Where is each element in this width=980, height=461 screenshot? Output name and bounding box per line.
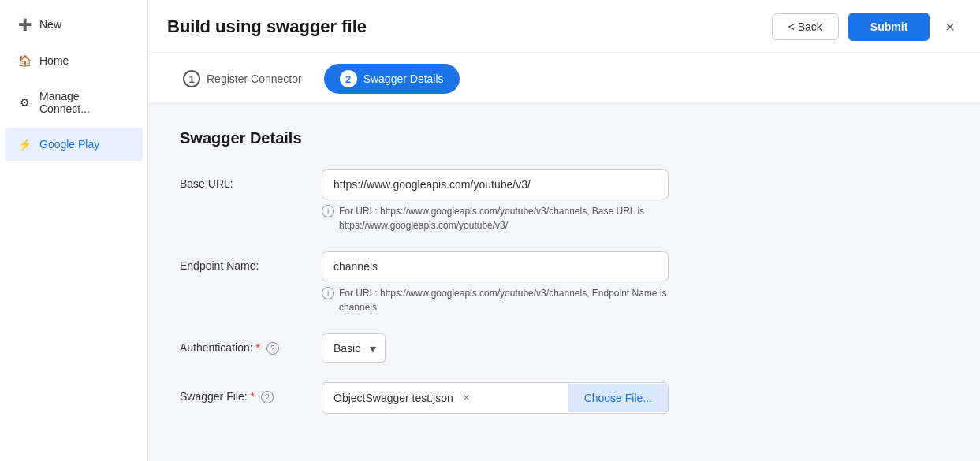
swagger-help-icon[interactable]: ?: [261, 391, 274, 403]
back-button[interactable]: < Back: [772, 13, 839, 40]
base-url-input[interactable]: [322, 169, 669, 199]
swagger-file-field-group: ObjectSwagger test.json × Choose File...: [322, 382, 669, 414]
endpoint-name-info: i For URL: https://www.googleapis.com/yo…: [322, 286, 669, 314]
file-name-area: ObjectSwagger test.json ×: [322, 383, 568, 413]
step-1-label: Register Connector: [207, 72, 302, 85]
base-url-label: Base URL:: [180, 169, 322, 190]
gear-icon: ⚙: [17, 95, 32, 110]
header: Build using swagger file < Back Submit ×: [148, 0, 980, 54]
swagger-file-label: Swagger File: * ?: [180, 382, 322, 403]
sidebar-item-new[interactable]: ➕ New: [5, 8, 143, 41]
sidebar: ➕ New 🏠 Home ⚙ Manage Connect... ⚡ Googl…: [0, 0, 148, 461]
endpoint-name-info-text: For URL: https://www.googleapis.com/yout…: [339, 286, 669, 314]
authentication-select[interactable]: Basic OAuth2 API Key None: [322, 333, 386, 363]
steps-bar: 1 Register Connector 2 Swagger Details: [148, 54, 980, 104]
authentication-label: Authentication: * ?: [180, 333, 322, 355]
bolt-icon: ⚡: [17, 137, 32, 151]
auth-required-star: *: [256, 341, 260, 354]
sidebar-item-google-play-label: Google Play: [39, 138, 99, 151]
file-clear-button[interactable]: ×: [460, 391, 473, 405]
base-url-row: Base URL: i For URL: https://www.googlea…: [180, 169, 948, 232]
authentication-dropdown-wrapper: Basic OAuth2 API Key None ▾: [322, 333, 386, 363]
step-1-number: 1: [183, 70, 200, 87]
endpoint-name-field-group: i For URL: https://www.googleapis.com/yo…: [322, 251, 669, 314]
home-icon: 🏠: [17, 54, 32, 68]
file-upload-row: ObjectSwagger test.json × Choose File...: [322, 382, 669, 414]
sidebar-item-home-label: Home: [39, 54, 69, 67]
swagger-file-row: Swagger File: * ? ObjectSwagger test.jso…: [180, 382, 948, 414]
header-actions: < Back Submit ×: [772, 13, 961, 41]
plus-icon: ➕: [17, 17, 32, 32]
endpoint-name-row: Endpoint Name: i For URL: https://www.go…: [180, 251, 948, 314]
step-2-number: 2: [340, 70, 357, 87]
sidebar-item-new-label: New: [39, 18, 61, 31]
base-url-field-group: i For URL: https://www.googleapis.com/yo…: [322, 169, 669, 232]
page-title: Build using swagger file: [167, 17, 367, 37]
info-icon-endpoint: i: [322, 287, 334, 299]
form-title: Swagger Details: [180, 129, 948, 147]
swagger-required-star: *: [250, 390, 254, 403]
step-2-label: Swagger Details: [363, 72, 444, 85]
endpoint-name-label: Endpoint Name:: [180, 251, 322, 272]
form-area: Swagger Details Base URL: i For URL: htt…: [148, 104, 980, 461]
choose-file-button[interactable]: Choose File...: [568, 384, 668, 412]
step-2[interactable]: 2 Swagger Details: [324, 64, 460, 94]
sidebar-item-manage-label: Manage Connect...: [39, 90, 130, 115]
sidebar-item-google-play[interactable]: ⚡ Google Play: [5, 128, 143, 161]
base-url-info-text: For URL: https://www.googleapis.com/yout…: [339, 204, 669, 232]
base-url-info: i For URL: https://www.googleapis.com/yo…: [322, 204, 669, 232]
step-1[interactable]: 1 Register Connector: [167, 64, 318, 94]
auth-help-icon[interactable]: ?: [266, 342, 279, 355]
endpoint-name-input[interactable]: [322, 251, 669, 281]
authentication-row: Authentication: * ? Basic OAuth2 API Key…: [180, 333, 948, 363]
info-icon-base-url: i: [322, 205, 334, 217]
close-button[interactable]: ×: [939, 15, 961, 39]
submit-button[interactable]: Submit: [848, 13, 930, 41]
sidebar-item-manage[interactable]: ⚙ Manage Connect...: [5, 80, 143, 125]
main-content: Build using swagger file < Back Submit ×…: [148, 0, 980, 461]
file-name-text: ObjectSwagger test.json: [333, 392, 453, 404]
sidebar-item-home[interactable]: 🏠 Home: [5, 44, 143, 77]
